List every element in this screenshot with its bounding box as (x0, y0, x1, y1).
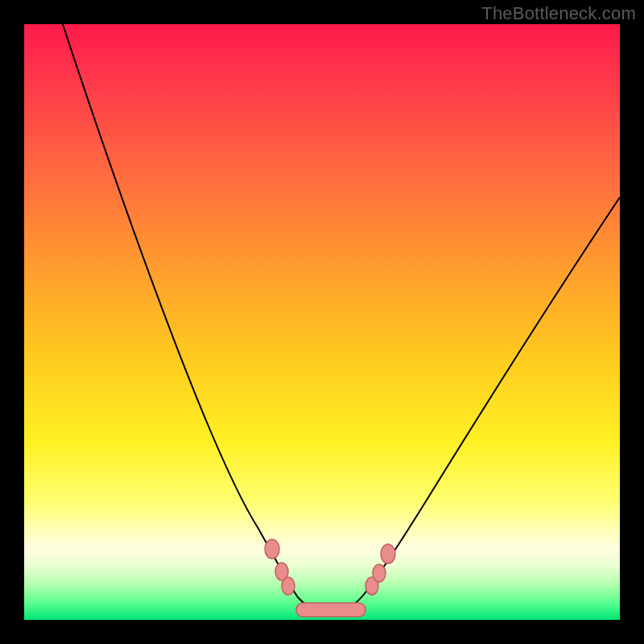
highlight-dot (381, 544, 395, 564)
gradient-plot-area (24, 24, 620, 620)
bottleneck-curve-svg (24, 24, 620, 620)
highlight-bar (296, 603, 365, 617)
highlight-dot (373, 564, 386, 582)
highlight-dot (265, 539, 279, 559)
bottleneck-curve-path (55, 0, 620, 613)
attribution-text: TheBottleneck.com (481, 3, 636, 24)
highlight-dot (282, 577, 295, 595)
outer-frame: TheBottleneck.com (0, 0, 644, 644)
highlight-dots (265, 539, 395, 617)
